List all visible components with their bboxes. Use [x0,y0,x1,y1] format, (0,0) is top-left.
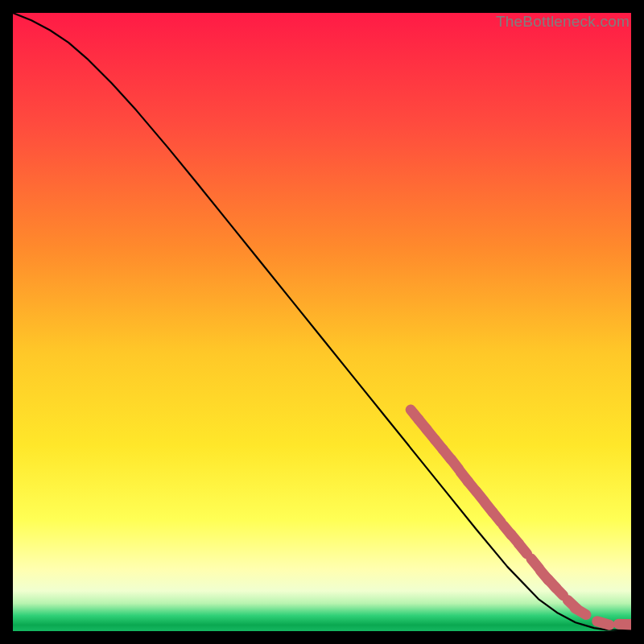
svg-line-10 [493,512,501,522]
watermark-label: TheBottleneck.com [496,13,630,31]
svg-line-19 [575,608,586,614]
chart-plot [13,13,631,631]
svg-line-13 [519,544,527,554]
gradient-background [13,13,631,631]
svg-line-17 [555,586,564,595]
svg-line-20 [597,621,609,625]
chart-frame: TheBottleneck.com [13,13,631,631]
